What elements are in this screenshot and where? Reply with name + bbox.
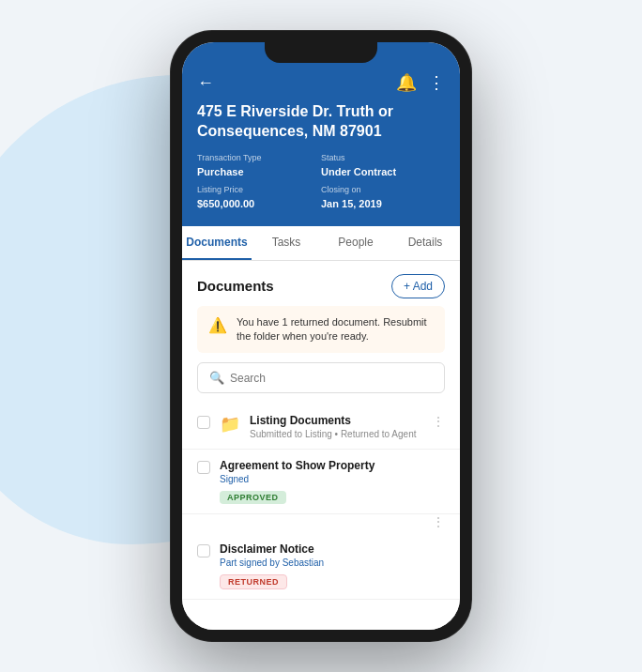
- tab-tasks[interactable]: Tasks: [252, 226, 321, 260]
- doc-agreement-content: Agreement to Show Property Signed APPROV…: [220, 459, 445, 504]
- doc-disclaimer-content: Disclaimer Notice Part signed by Sebasti…: [220, 542, 445, 589]
- more-icon[interactable]: ⋮: [428, 72, 445, 93]
- returned-badge: RETURNED: [220, 574, 287, 589]
- closing-label: Closing on: [321, 185, 445, 194]
- address-title: 475 E Riverside Dr. Truth or Consequence…: [197, 102, 445, 142]
- warning-icon: ⚠️: [208, 316, 227, 334]
- doc-listing-more-icon[interactable]: ⋮: [432, 414, 445, 429]
- listing-price-value: $650,000.00: [197, 198, 254, 209]
- phone-wrapper: ← 🔔 ⋮ 475 E Riverside Dr. Truth or Conse…: [171, 31, 471, 641]
- doc-agreement-signed: Signed: [220, 474, 445, 484]
- doc-checkbox-disclaimer[interactable]: [197, 544, 210, 557]
- transaction-type-label: Transaction Type: [197, 153, 321, 162]
- search-bar[interactable]: 🔍: [197, 362, 445, 393]
- transaction-type-value: Purchase: [197, 166, 244, 177]
- doc-agreement-name: Agreement to Show Property: [220, 459, 445, 472]
- header-section: ← 🔔 ⋮ 475 E Riverside Dr. Truth or Conse…: [182, 42, 460, 226]
- search-icon: 🔍: [209, 371, 224, 385]
- bell-icon[interactable]: 🔔: [396, 72, 417, 93]
- back-button[interactable]: ←: [197, 73, 214, 93]
- doc-listing-name: Listing Documents: [250, 414, 422, 427]
- doc-checkbox-listing[interactable]: [197, 416, 210, 429]
- content-area: Documents + Add ⚠️ You have 1 returned d…: [182, 261, 460, 630]
- list-item[interactable]: Agreement to Show Property Signed APPROV…: [182, 450, 460, 514]
- spacer-more: ⋮: [182, 514, 460, 533]
- closing-date: Closing on Jan 15, 2019: [321, 185, 445, 211]
- tabs-bar: Documents Tasks People Details: [182, 226, 460, 261]
- folder-icon: 📁: [220, 414, 240, 435]
- transaction-type: Transaction Type Purchase: [197, 153, 321, 179]
- meta-grid: Transaction Type Purchase Status Under C…: [197, 153, 445, 211]
- doc-listing-status: Submitted to Listing • Returned to Agent: [250, 429, 422, 439]
- agreement-more-icon[interactable]: ⋮: [432, 514, 445, 529]
- doc-disclaimer-signed: Part signed by Sebastian: [220, 557, 445, 568]
- header-nav: ← 🔔 ⋮: [197, 72, 445, 93]
- tab-people[interactable]: People: [321, 226, 390, 260]
- warning-text: You have 1 returned document. Resubmit t…: [237, 315, 434, 344]
- doc-checkbox-agreement[interactable]: [197, 461, 210, 474]
- status-item: Status Under Contract: [321, 153, 445, 179]
- nav-icons-right: 🔔 ⋮: [396, 72, 445, 93]
- add-button[interactable]: + Add: [391, 274, 445, 298]
- tab-documents[interactable]: Documents: [182, 226, 252, 260]
- status-label: Status: [321, 153, 445, 162]
- listing-price-label: Listing Price: [197, 185, 321, 194]
- list-item[interactable]: 📁 Listing Documents Submitted to Listing…: [182, 405, 460, 450]
- doc-listing-content: Listing Documents Submitted to Listing •…: [250, 414, 422, 439]
- documents-header: Documents + Add: [182, 261, 460, 306]
- tab-details[interactable]: Details: [390, 226, 460, 260]
- listing-price: Listing Price $650,000.00: [197, 185, 321, 211]
- status-value: Under Contract: [321, 166, 396, 177]
- documents-title: Documents: [197, 278, 274, 294]
- search-input[interactable]: [230, 372, 433, 385]
- doc-disclaimer-name: Disclaimer Notice: [220, 542, 445, 556]
- phone-screen: ← 🔔 ⋮ 475 E Riverside Dr. Truth or Conse…: [182, 42, 460, 630]
- phone-notch: [265, 42, 377, 63]
- warning-banner: ⚠️ You have 1 returned document. Resubmi…: [197, 306, 445, 354]
- approved-badge: APPROVED: [220, 491, 286, 504]
- phone-frame: ← 🔔 ⋮ 475 E Riverside Dr. Truth or Conse…: [171, 31, 471, 641]
- closing-value: Jan 15, 2019: [321, 198, 382, 209]
- list-item[interactable]: Disclaimer Notice Part signed by Sebasti…: [182, 533, 460, 600]
